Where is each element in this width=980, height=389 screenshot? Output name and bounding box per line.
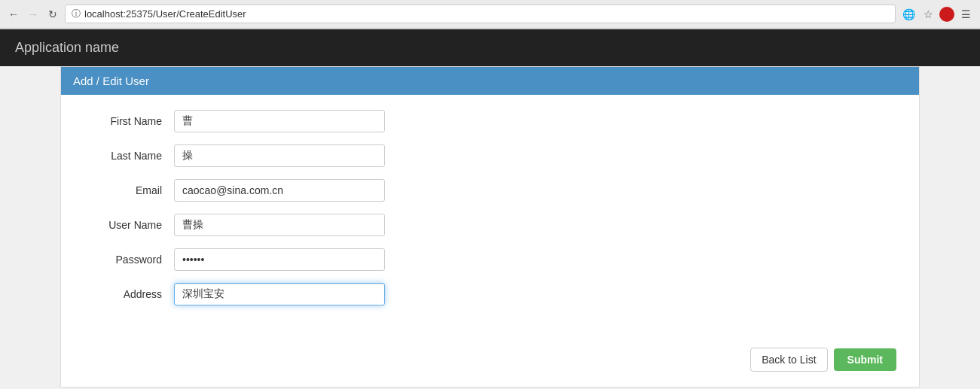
back-button[interactable]: ← (6, 7, 21, 22)
password-label: Password (84, 254, 174, 266)
first-name-label: First Name (84, 115, 174, 127)
last-name-label: Last Name (84, 150, 174, 162)
url-text: localhost:25375/User/CreateEditUser (84, 8, 889, 20)
first-name-input[interactable] (174, 110, 385, 132)
translate-icon[interactable]: 🌐 (900, 6, 917, 23)
menu-icon[interactable]: ☰ (957, 6, 974, 23)
reload-button[interactable]: ↻ (45, 7, 60, 22)
browser-toolbar: ← → ↻ ⓘ localhost:25375/User/CreateEditU… (0, 0, 980, 29)
panel-title: Add / Edit User (73, 74, 149, 87)
browser-chrome: ← → ↻ ⓘ localhost:25375/User/CreateEditU… (0, 0, 980, 29)
app-title: Application name (15, 40, 119, 55)
bookmark-icon[interactable]: ☆ (920, 6, 936, 23)
app-header: Application name (0, 29, 980, 66)
email-group: Email (84, 179, 896, 202)
last-name-group: Last Name (84, 144, 896, 167)
last-name-input[interactable] (174, 144, 385, 167)
panel-body: First Name Last Name Email User Name Pas… (61, 95, 919, 340)
username-input[interactable] (174, 214, 385, 236)
form-actions: Back to List Submit (61, 340, 919, 387)
security-icon: ⓘ (72, 8, 81, 20)
address-bar[interactable]: ⓘ localhost:25375/User/CreateEditUser (65, 5, 896, 23)
submit-button[interactable]: Submit (834, 348, 896, 371)
panel-header: Add / Edit User (61, 67, 919, 95)
password-group: Password (84, 248, 896, 271)
main-content: Add / Edit User First Name Last Name Ema… (60, 66, 920, 387)
password-input[interactable] (174, 248, 385, 271)
username-label: User Name (84, 219, 174, 231)
opera-logo (939, 7, 954, 22)
address-label: Address (84, 288, 174, 300)
email-label: Email (84, 184, 174, 196)
email-input[interactable] (174, 179, 385, 202)
browser-actions: 🌐 ☆ ☰ (900, 6, 974, 23)
forward-button[interactable]: → (26, 7, 41, 22)
address-input[interactable] (174, 283, 385, 305)
back-to-list-button[interactable]: Back to List (750, 348, 827, 372)
username-group: User Name (84, 214, 896, 236)
address-group: Address (84, 283, 896, 305)
first-name-group: First Name (84, 110, 896, 132)
